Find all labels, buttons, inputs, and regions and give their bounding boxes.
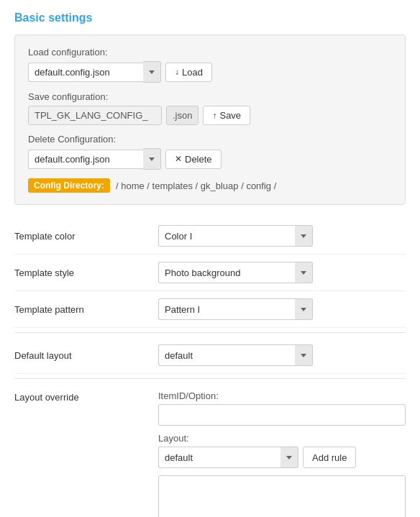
template-style-row: Template style Photo background bbox=[14, 255, 406, 291]
config-panel: Load configuration: default.config.json … bbox=[14, 35, 406, 205]
config-dir-path: / home / templates / gk_bluap / config / bbox=[116, 180, 276, 191]
template-style-control: Photo background bbox=[158, 262, 406, 283]
layout-override-label: Layout override bbox=[14, 390, 158, 517]
template-pattern-select[interactable]: Pattern I bbox=[158, 298, 295, 320]
template-color-label: Template color bbox=[14, 231, 158, 242]
load-config-row: Load configuration: default.config.json … bbox=[28, 47, 392, 83]
load-button[interactable]: Load bbox=[165, 63, 212, 82]
load-config-label: Load configuration: bbox=[28, 47, 392, 58]
delete-config-label: Delete Configuration: bbox=[28, 134, 392, 145]
template-color-control: Color I bbox=[158, 225, 406, 247]
default-layout-select-wrapper[interactable]: default bbox=[158, 344, 313, 366]
page-container: Basic settings Load configuration: defau… bbox=[0, 0, 420, 517]
default-layout-arrow-icon bbox=[301, 354, 306, 357]
template-color-select[interactable]: Color I bbox=[158, 225, 295, 247]
json-tag: .json bbox=[166, 106, 198, 125]
layout-sub-label: Layout: bbox=[158, 433, 406, 444]
layout-arrow-icon bbox=[286, 456, 292, 459]
config-dir-row: Config Directory: / home / templates / g… bbox=[28, 178, 392, 193]
load-dropdown-arrow-icon bbox=[149, 70, 155, 74]
delete-button-label: Delete bbox=[185, 154, 212, 165]
save-config-group: .json Save bbox=[28, 106, 392, 125]
load-config-dropdown-btn[interactable] bbox=[143, 61, 161, 83]
delete-config-select-wrapper[interactable]: default.config.json bbox=[28, 148, 161, 170]
default-layout-label: Default layout bbox=[14, 350, 158, 361]
template-pattern-control: Pattern I bbox=[158, 298, 406, 320]
layout-override-controls: ItemID/Option: Layout: default Add rule bbox=[158, 390, 406, 517]
save-config-label: Save configuration: bbox=[28, 91, 392, 102]
save-config-input[interactable] bbox=[28, 106, 162, 125]
template-style-select-wrapper[interactable]: Photo background bbox=[158, 262, 313, 283]
settings-divider bbox=[14, 332, 406, 333]
layout-dropdown-btn[interactable] bbox=[280, 447, 298, 468]
save-icon bbox=[212, 111, 216, 121]
layout-override-divider bbox=[14, 378, 406, 379]
delete-config-select[interactable]: default.config.json bbox=[28, 150, 143, 169]
itemid-label: ItemID/Option: bbox=[158, 390, 406, 401]
save-button-label: Save bbox=[219, 110, 241, 121]
default-layout-dropdown-btn[interactable] bbox=[295, 344, 313, 366]
itemid-input[interactable] bbox=[158, 404, 406, 426]
template-color-arrow-icon bbox=[301, 234, 306, 238]
override-textarea[interactable] bbox=[158, 475, 406, 517]
save-button[interactable]: Save bbox=[203, 106, 250, 125]
settings-table: Template color Color I Template style bbox=[14, 218, 406, 517]
delete-icon bbox=[175, 154, 182, 164]
template-color-row: Template color Color I bbox=[14, 218, 406, 255]
template-style-dropdown-btn[interactable] bbox=[295, 262, 313, 283]
default-layout-row: Default layout default bbox=[14, 337, 406, 374]
template-style-label: Template style bbox=[14, 267, 158, 278]
load-config-select[interactable]: default.config.json bbox=[28, 63, 143, 82]
template-pattern-dropdown-btn[interactable] bbox=[295, 298, 313, 320]
delete-button[interactable]: Delete bbox=[165, 150, 222, 169]
layout-select[interactable]: default bbox=[158, 447, 280, 468]
delete-config-group: default.config.json Delete bbox=[28, 148, 392, 170]
load-icon bbox=[175, 67, 179, 77]
add-rule-button[interactable]: Add rule bbox=[303, 447, 356, 468]
save-config-row: Save configuration: .json Save bbox=[28, 91, 392, 125]
template-color-dropdown-btn[interactable] bbox=[295, 225, 313, 247]
template-pattern-label: Template pattern bbox=[14, 304, 158, 315]
override-textarea-wrapper bbox=[158, 475, 406, 517]
page-title: Basic settings bbox=[14, 12, 406, 24]
load-button-label: Load bbox=[182, 67, 203, 78]
layout-select-wrapper[interactable]: default bbox=[158, 447, 298, 468]
load-config-select-wrapper[interactable]: default.config.json bbox=[28, 61, 161, 83]
template-pattern-arrow-icon bbox=[301, 308, 306, 311]
template-pattern-row: Template pattern Pattern I bbox=[14, 291, 406, 328]
config-dir-badge: Config Directory: bbox=[28, 178, 110, 193]
layout-override-section: Layout override ItemID/Option: Layout: d… bbox=[14, 383, 406, 517]
layout-row: default Add rule bbox=[158, 447, 406, 468]
delete-config-dropdown-btn[interactable] bbox=[143, 148, 161, 170]
delete-config-row: Delete Configuration: default.config.jso… bbox=[28, 134, 392, 170]
template-color-select-wrapper[interactable]: Color I bbox=[158, 225, 313, 247]
default-layout-control: default bbox=[158, 344, 406, 366]
load-config-group: default.config.json Load bbox=[28, 61, 392, 83]
default-layout-select[interactable]: default bbox=[158, 344, 295, 366]
template-style-select[interactable]: Photo background bbox=[158, 262, 295, 283]
template-pattern-select-wrapper[interactable]: Pattern I bbox=[158, 298, 313, 320]
template-style-arrow-icon bbox=[301, 271, 306, 275]
delete-dropdown-arrow-icon bbox=[149, 157, 155, 161]
